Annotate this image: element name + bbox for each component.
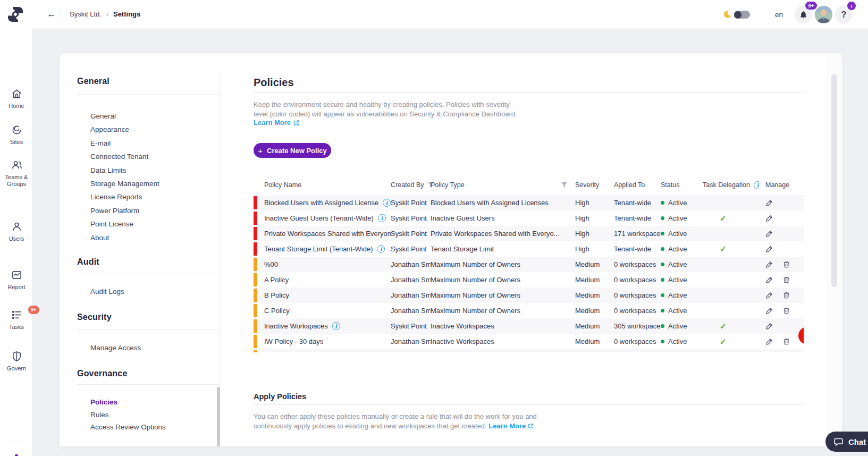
title-divider (254, 92, 805, 93)
severity-bar (254, 196, 257, 209)
delete-policy-button[interactable] (782, 307, 790, 315)
description-line-2: level (color coded) will appear as vulne… (254, 109, 517, 119)
sidebar-item-tasks[interactable]: 9+ Tasks (0, 309, 33, 331)
nav-divider (77, 329, 220, 330)
nav-section-general: General (77, 77, 109, 86)
nav-divider (77, 273, 220, 273)
card-scrollbar[interactable] (831, 74, 837, 287)
nav-item-manage-access[interactable]: Manage Access (90, 341, 141, 355)
status-dot (661, 324, 664, 328)
status-label: Active (668, 199, 687, 207)
edit-policy-button[interactable] (765, 291, 773, 299)
notifications-badge: 9+ (805, 2, 817, 10)
nav-item-appearance[interactable]: Appearance (90, 123, 159, 136)
chat-bubble-icon (833, 437, 844, 447)
task-delegation-info-icon[interactable]: i (754, 181, 759, 189)
nav-item-general[interactable]: General (90, 109, 159, 123)
nav-item-data-limits[interactable]: Data Limits (90, 164, 159, 177)
chat-label: Chat (848, 437, 866, 446)
nav-item-policies[interactable]: Policies (90, 396, 166, 409)
edit-policy-button[interactable] (765, 214, 773, 222)
nav-list-general: General Appearance E-mail Connected Tena… (90, 109, 159, 244)
severity-bar (254, 335, 257, 348)
chat-button[interactable]: Chat (825, 432, 868, 452)
learn-more-link[interactable]: Learn More (254, 119, 300, 126)
applied-to: 0 workspaces (614, 291, 661, 299)
edit-policy-button[interactable] (765, 307, 773, 315)
created-by: Jonathan Smith (391, 337, 431, 345)
plus-icon: + (258, 146, 263, 155)
header-applied-to: Applied To (614, 181, 661, 189)
sidebar-item-sites[interactable]: Sites (0, 124, 33, 146)
table-row: Inactive Workspaces i Syskit Point Inact… (254, 318, 804, 334)
sidebar-item-teams-groups[interactable]: Teams & Groups (0, 159, 33, 188)
create-new-policy-button[interactable]: + Create New Policy (254, 143, 331, 158)
breadcrumb-parent[interactable]: Syskit Ltd. (70, 10, 102, 18)
header-status: Status (661, 181, 703, 189)
edit-policy-button[interactable] (765, 260, 773, 268)
edit-policy-button[interactable] (765, 276, 773, 284)
theme-toggle[interactable] (734, 11, 750, 19)
language-selector[interactable]: en (775, 11, 783, 19)
nav-item-about[interactable]: About (90, 231, 159, 244)
policy-info-icon[interactable]: i (332, 322, 340, 330)
delete-policy-button[interactable] (782, 291, 790, 299)
sidebar-item-govern[interactable]: Govern (0, 350, 33, 372)
theme-toggle-knob[interactable] (734, 11, 741, 19)
table-row: C Policy Jonathan Smith Maximum Number o… (254, 303, 804, 318)
user-avatar[interactable] (815, 6, 832, 23)
status-dot (661, 293, 664, 297)
edit-policy-button[interactable] (765, 230, 773, 238)
applied-to: Tenant-wide (614, 245, 661, 253)
nav-item-point-license[interactable]: Point License (90, 217, 159, 231)
nav-item-rules[interactable]: Rules (90, 409, 166, 421)
sidebar-item-report[interactable]: Report (0, 269, 33, 291)
applied-to: 0 workspaces (614, 307, 661, 315)
policy-info-icon[interactable]: i (377, 245, 385, 253)
policy-type-filter-icon[interactable] (561, 182, 568, 188)
nav-item-storage-management[interactable]: Storage Management (90, 177, 159, 190)
sidebar-item-home[interactable]: Home (0, 88, 33, 109)
policy-info-icon[interactable]: i (378, 214, 386, 222)
nav-scrollbar[interactable] (217, 387, 220, 446)
app-sidebar: Home Sites Teams & Groups Users Report (0, 29, 33, 456)
settings-gear-icon[interactable] (10, 453, 23, 456)
nav-item-audit-logs[interactable]: Audit Logs (90, 285, 124, 299)
nav-item-access-review-options[interactable]: Access Review Options (90, 421, 166, 434)
nav-item-license-reports[interactable]: License Reports (90, 190, 159, 204)
edit-policy-button[interactable] (765, 199, 773, 207)
edit-policy-button[interactable] (765, 245, 773, 253)
avatar-photo (815, 6, 832, 23)
nav-item-email[interactable]: E-mail (90, 137, 159, 150)
tasks-icon (11, 309, 23, 321)
table-row: Inactive Guest Users (Tenant-Wide) i Sys… (254, 210, 804, 226)
apply-policies-divider (254, 404, 805, 405)
syskit-logo[interactable] (7, 6, 24, 23)
policy-name: A Policy (264, 276, 289, 284)
delete-policy-button[interactable] (782, 337, 790, 345)
policy-type: Maximum Number of Owners (431, 260, 575, 268)
sidebar-item-users[interactable]: Users (0, 221, 33, 242)
policy-name: Tenant Storage Limit (Tenant-Wide) (264, 245, 373, 253)
learn-more-label: Learn More (254, 119, 291, 126)
severity: High (575, 245, 614, 253)
policy-type: Inactive Guest Users (431, 214, 575, 222)
severity-bar (254, 227, 257, 240)
status-label: Active (668, 230, 687, 238)
nav-item-power-platform[interactable]: Power Platform (90, 204, 159, 217)
bell-icon (799, 10, 808, 19)
delete-policy-button[interactable] (782, 260, 790, 268)
policy-type: Tenant Storage Limit (431, 245, 575, 253)
policy-info-icon[interactable]: i (383, 199, 391, 207)
nav-item-connected-tenant[interactable]: Connected Tenant (90, 150, 159, 163)
edit-policy-button[interactable] (765, 337, 773, 345)
teams-groups-icon (11, 159, 23, 171)
apply-learn-more-link[interactable]: Learn More (488, 422, 526, 430)
created-by: Syskit Point (391, 245, 431, 253)
applied-to: Tenant-wide (614, 214, 661, 222)
delegation-check-icon: ✓ (720, 322, 727, 331)
policies-description: Keep the environment secure and healthy … (254, 100, 517, 119)
edit-policy-button[interactable] (765, 322, 773, 330)
delete-policy-button[interactable] (782, 276, 790, 284)
back-button[interactable]: ← (45, 7, 58, 21)
